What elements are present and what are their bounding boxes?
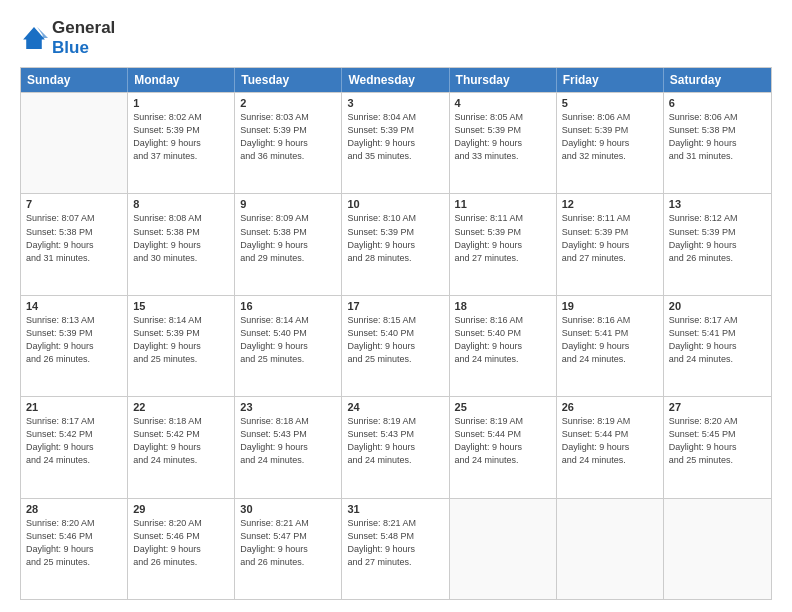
calendar-cell: 2Sunrise: 8:03 AM Sunset: 5:39 PM Daylig… [235, 93, 342, 193]
day-info: Sunrise: 8:07 AM Sunset: 5:38 PM Dayligh… [26, 212, 122, 264]
header-day-friday: Friday [557, 68, 664, 92]
calendar-row-2: 7Sunrise: 8:07 AM Sunset: 5:38 PM Daylig… [21, 193, 771, 294]
day-info: Sunrise: 8:14 AM Sunset: 5:40 PM Dayligh… [240, 314, 336, 366]
header-day-thursday: Thursday [450, 68, 557, 92]
day-info: Sunrise: 8:21 AM Sunset: 5:48 PM Dayligh… [347, 517, 443, 569]
header-day-tuesday: Tuesday [235, 68, 342, 92]
day-info: Sunrise: 8:12 AM Sunset: 5:39 PM Dayligh… [669, 212, 766, 264]
calendar-cell: 8Sunrise: 8:08 AM Sunset: 5:38 PM Daylig… [128, 194, 235, 294]
calendar-cell: 11Sunrise: 8:11 AM Sunset: 5:39 PM Dayli… [450, 194, 557, 294]
calendar-cell: 22Sunrise: 8:18 AM Sunset: 5:42 PM Dayli… [128, 397, 235, 497]
day-number: 19 [562, 300, 658, 312]
calendar-cell: 14Sunrise: 8:13 AM Sunset: 5:39 PM Dayli… [21, 296, 128, 396]
calendar-row-1: 1Sunrise: 8:02 AM Sunset: 5:39 PM Daylig… [21, 92, 771, 193]
day-info: Sunrise: 8:06 AM Sunset: 5:39 PM Dayligh… [562, 111, 658, 163]
day-info: Sunrise: 8:16 AM Sunset: 5:41 PM Dayligh… [562, 314, 658, 366]
day-number: 24 [347, 401, 443, 413]
calendar-cell: 30Sunrise: 8:21 AM Sunset: 5:47 PM Dayli… [235, 499, 342, 599]
calendar-cell: 23Sunrise: 8:18 AM Sunset: 5:43 PM Dayli… [235, 397, 342, 497]
day-info: Sunrise: 8:17 AM Sunset: 5:41 PM Dayligh… [669, 314, 766, 366]
day-number: 7 [26, 198, 122, 210]
calendar-cell: 4Sunrise: 8:05 AM Sunset: 5:39 PM Daylig… [450, 93, 557, 193]
day-info: Sunrise: 8:11 AM Sunset: 5:39 PM Dayligh… [455, 212, 551, 264]
calendar-cell: 7Sunrise: 8:07 AM Sunset: 5:38 PM Daylig… [21, 194, 128, 294]
logo-text: General Blue [52, 18, 115, 57]
day-number: 6 [669, 97, 766, 109]
day-number: 25 [455, 401, 551, 413]
calendar-cell: 20Sunrise: 8:17 AM Sunset: 5:41 PM Dayli… [664, 296, 771, 396]
calendar-cell: 18Sunrise: 8:16 AM Sunset: 5:40 PM Dayli… [450, 296, 557, 396]
calendar-row-4: 21Sunrise: 8:17 AM Sunset: 5:42 PM Dayli… [21, 396, 771, 497]
day-number: 3 [347, 97, 443, 109]
day-info: Sunrise: 8:20 AM Sunset: 5:46 PM Dayligh… [133, 517, 229, 569]
calendar-cell: 15Sunrise: 8:14 AM Sunset: 5:39 PM Dayli… [128, 296, 235, 396]
day-number: 12 [562, 198, 658, 210]
day-info: Sunrise: 8:18 AM Sunset: 5:42 PM Dayligh… [133, 415, 229, 467]
day-info: Sunrise: 8:03 AM Sunset: 5:39 PM Dayligh… [240, 111, 336, 163]
calendar-cell [557, 499, 664, 599]
day-number: 22 [133, 401, 229, 413]
calendar-cell: 25Sunrise: 8:19 AM Sunset: 5:44 PM Dayli… [450, 397, 557, 497]
header-day-saturday: Saturday [664, 68, 771, 92]
day-number: 31 [347, 503, 443, 515]
day-number: 11 [455, 198, 551, 210]
day-info: Sunrise: 8:08 AM Sunset: 5:38 PM Dayligh… [133, 212, 229, 264]
day-number: 18 [455, 300, 551, 312]
day-number: 5 [562, 97, 658, 109]
calendar-cell [664, 499, 771, 599]
day-number: 26 [562, 401, 658, 413]
calendar-cell: 21Sunrise: 8:17 AM Sunset: 5:42 PM Dayli… [21, 397, 128, 497]
day-info: Sunrise: 8:11 AM Sunset: 5:39 PM Dayligh… [562, 212, 658, 264]
day-info: Sunrise: 8:18 AM Sunset: 5:43 PM Dayligh… [240, 415, 336, 467]
day-info: Sunrise: 8:13 AM Sunset: 5:39 PM Dayligh… [26, 314, 122, 366]
calendar-cell: 12Sunrise: 8:11 AM Sunset: 5:39 PM Dayli… [557, 194, 664, 294]
day-info: Sunrise: 8:15 AM Sunset: 5:40 PM Dayligh… [347, 314, 443, 366]
calendar-row-5: 28Sunrise: 8:20 AM Sunset: 5:46 PM Dayli… [21, 498, 771, 599]
day-info: Sunrise: 8:17 AM Sunset: 5:42 PM Dayligh… [26, 415, 122, 467]
calendar-cell: 5Sunrise: 8:06 AM Sunset: 5:39 PM Daylig… [557, 93, 664, 193]
logo: General Blue [20, 18, 115, 57]
day-number: 30 [240, 503, 336, 515]
day-number: 8 [133, 198, 229, 210]
day-info: Sunrise: 8:02 AM Sunset: 5:39 PM Dayligh… [133, 111, 229, 163]
day-info: Sunrise: 8:05 AM Sunset: 5:39 PM Dayligh… [455, 111, 551, 163]
day-info: Sunrise: 8:20 AM Sunset: 5:45 PM Dayligh… [669, 415, 766, 467]
day-info: Sunrise: 8:10 AM Sunset: 5:39 PM Dayligh… [347, 212, 443, 264]
day-info: Sunrise: 8:14 AM Sunset: 5:39 PM Dayligh… [133, 314, 229, 366]
day-number: 17 [347, 300, 443, 312]
day-info: Sunrise: 8:19 AM Sunset: 5:44 PM Dayligh… [455, 415, 551, 467]
day-info: Sunrise: 8:19 AM Sunset: 5:43 PM Dayligh… [347, 415, 443, 467]
calendar-cell: 9Sunrise: 8:09 AM Sunset: 5:38 PM Daylig… [235, 194, 342, 294]
header-day-monday: Monday [128, 68, 235, 92]
calendar-cell [450, 499, 557, 599]
day-number: 21 [26, 401, 122, 413]
day-info: Sunrise: 8:19 AM Sunset: 5:44 PM Dayligh… [562, 415, 658, 467]
header-day-wednesday: Wednesday [342, 68, 449, 92]
day-info: Sunrise: 8:20 AM Sunset: 5:46 PM Dayligh… [26, 517, 122, 569]
svg-marker-0 [23, 27, 45, 49]
calendar-cell: 29Sunrise: 8:20 AM Sunset: 5:46 PM Dayli… [128, 499, 235, 599]
calendar-cell: 1Sunrise: 8:02 AM Sunset: 5:39 PM Daylig… [128, 93, 235, 193]
calendar-cell: 16Sunrise: 8:14 AM Sunset: 5:40 PM Dayli… [235, 296, 342, 396]
header: General Blue [20, 18, 772, 57]
calendar-header: SundayMondayTuesdayWednesdayThursdayFrid… [21, 68, 771, 92]
day-number: 4 [455, 97, 551, 109]
page: General Blue SundayMondayTuesdayWednesda… [0, 0, 792, 612]
calendar-cell: 27Sunrise: 8:20 AM Sunset: 5:45 PM Dayli… [664, 397, 771, 497]
calendar: SundayMondayTuesdayWednesdayThursdayFrid… [20, 67, 772, 600]
calendar-body: 1Sunrise: 8:02 AM Sunset: 5:39 PM Daylig… [21, 92, 771, 599]
day-number: 2 [240, 97, 336, 109]
calendar-cell: 13Sunrise: 8:12 AM Sunset: 5:39 PM Dayli… [664, 194, 771, 294]
day-info: Sunrise: 8:09 AM Sunset: 5:38 PM Dayligh… [240, 212, 336, 264]
day-number: 28 [26, 503, 122, 515]
day-info: Sunrise: 8:04 AM Sunset: 5:39 PM Dayligh… [347, 111, 443, 163]
day-info: Sunrise: 8:21 AM Sunset: 5:47 PM Dayligh… [240, 517, 336, 569]
calendar-cell: 6Sunrise: 8:06 AM Sunset: 5:38 PM Daylig… [664, 93, 771, 193]
day-number: 27 [669, 401, 766, 413]
day-number: 14 [26, 300, 122, 312]
calendar-cell: 31Sunrise: 8:21 AM Sunset: 5:48 PM Dayli… [342, 499, 449, 599]
calendar-cell: 17Sunrise: 8:15 AM Sunset: 5:40 PM Dayli… [342, 296, 449, 396]
day-number: 20 [669, 300, 766, 312]
calendar-cell: 28Sunrise: 8:20 AM Sunset: 5:46 PM Dayli… [21, 499, 128, 599]
logo-icon [20, 24, 48, 52]
